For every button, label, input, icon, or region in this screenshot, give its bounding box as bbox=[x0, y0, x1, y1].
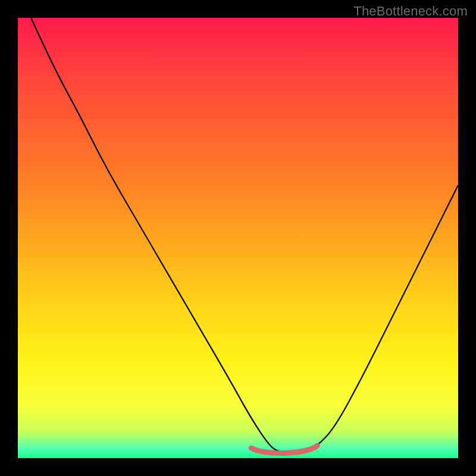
bottleneck-curve-svg bbox=[18, 18, 458, 458]
bottleneck-curve-path bbox=[31, 18, 458, 452]
chart-frame: TheBottleneck.com bbox=[0, 0, 476, 476]
bottleneck-highlight-path bbox=[251, 446, 317, 453]
chart-plot-area bbox=[18, 18, 458, 458]
watermark-label: TheBottleneck.com bbox=[353, 4, 468, 19]
